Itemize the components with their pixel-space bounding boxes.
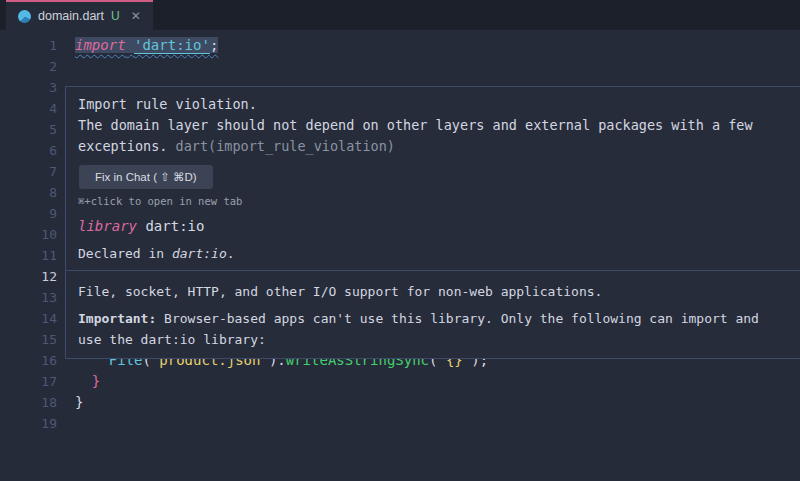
hover-diagnostic-section: Import rule violation. The domain layer …: [66, 87, 800, 270]
diagnostic-message-line2: The domain layer should not depend on ot…: [78, 115, 789, 136]
library-keyword: library: [78, 218, 137, 234]
code-token: [126, 37, 134, 53]
diagnostic-message-line1: Import rule violation.: [78, 94, 789, 115]
library-signature: library dart:io: [78, 218, 789, 234]
diagnostic-source: dart(import_rule_violation): [176, 138, 395, 154]
line-number[interactable]: 14: [0, 308, 57, 329]
doc-important: Important: Browser-based apps can't use …: [78, 308, 789, 350]
line-number[interactable]: 12: [0, 266, 57, 287]
editor-window: domain.dart U ✕ 1import 'dart:io';234567…: [0, 0, 800, 481]
declared-library: dart:io: [172, 246, 227, 261]
library-name: dart:io: [137, 218, 204, 234]
line-number[interactable]: 7: [0, 161, 57, 182]
import-statement-highlight: import 'dart:io';: [75, 37, 218, 53]
diagnostic-message: Import rule violation. The domain layer …: [78, 94, 789, 157]
close-icon[interactable]: ✕: [131, 9, 141, 23]
code-content: [57, 413, 75, 434]
tab-title: domain.dart: [38, 9, 104, 23]
cmd-click-hint: ⌘+click to open in new tab: [78, 195, 789, 207]
diagnostic-message-line3: exceptions. dart(import_rule_violation): [78, 136, 789, 157]
editor[interactable]: 1import 'dart:io';234567891011121314clas…: [0, 30, 800, 481]
code-line[interactable]: 18}: [0, 392, 800, 413]
tab-domain-dart[interactable]: domain.dart U ✕: [6, 0, 153, 30]
code-line[interactable]: 17 }: [0, 371, 800, 392]
line-number[interactable]: 5: [0, 119, 57, 140]
line-number[interactable]: 16: [0, 350, 57, 371]
code-content: import 'dart:io';: [57, 35, 218, 56]
doc-important-label: Important:: [78, 311, 156, 326]
hover-doc-section: File, socket, HTTP, and other I/O suppor…: [66, 270, 800, 358]
code-line[interactable]: 19: [0, 413, 800, 434]
git-status-badge: U: [111, 9, 120, 23]
code-line[interactable]: 1import 'dart:io';: [0, 35, 800, 56]
line-number[interactable]: 2: [0, 56, 57, 77]
line-number[interactable]: 18: [0, 392, 57, 413]
fix-in-chat-button[interactable]: Fix in Chat ( ⇧ ⌘D): [79, 165, 213, 189]
code-token: ;: [210, 37, 218, 53]
code-line[interactable]: 2: [0, 56, 800, 77]
line-number[interactable]: 11: [0, 245, 57, 266]
code-token: }: [75, 394, 83, 410]
line-number[interactable]: 6: [0, 140, 57, 161]
doc-summary: File, socket, HTTP, and other I/O suppor…: [78, 281, 789, 302]
line-number[interactable]: 15: [0, 329, 57, 350]
line-number[interactable]: 13: [0, 287, 57, 308]
line-number[interactable]: 17: [0, 371, 57, 392]
line-number[interactable]: 8: [0, 182, 57, 203]
line-number[interactable]: 1: [0, 35, 57, 56]
code-content: }: [57, 371, 100, 392]
code-token: [75, 373, 92, 389]
line-number[interactable]: 19: [0, 413, 57, 434]
line-number[interactable]: 3: [0, 77, 57, 98]
code-token: import: [75, 37, 126, 53]
line-number[interactable]: 10: [0, 224, 57, 245]
line-number[interactable]: 4: [0, 98, 57, 119]
hover-tooltip: Import rule violation. The domain layer …: [65, 86, 800, 359]
code-content: }: [57, 392, 83, 413]
declared-in: Declared in dart:io.: [78, 246, 789, 261]
dartio-link[interactable]: 'dart:io': [134, 37, 210, 53]
tab-bar: domain.dart U ✕: [0, 0, 800, 30]
code-content: [57, 56, 75, 77]
dart-icon: [18, 10, 31, 23]
line-number[interactable]: 9: [0, 203, 57, 224]
code-token: }: [92, 373, 100, 389]
